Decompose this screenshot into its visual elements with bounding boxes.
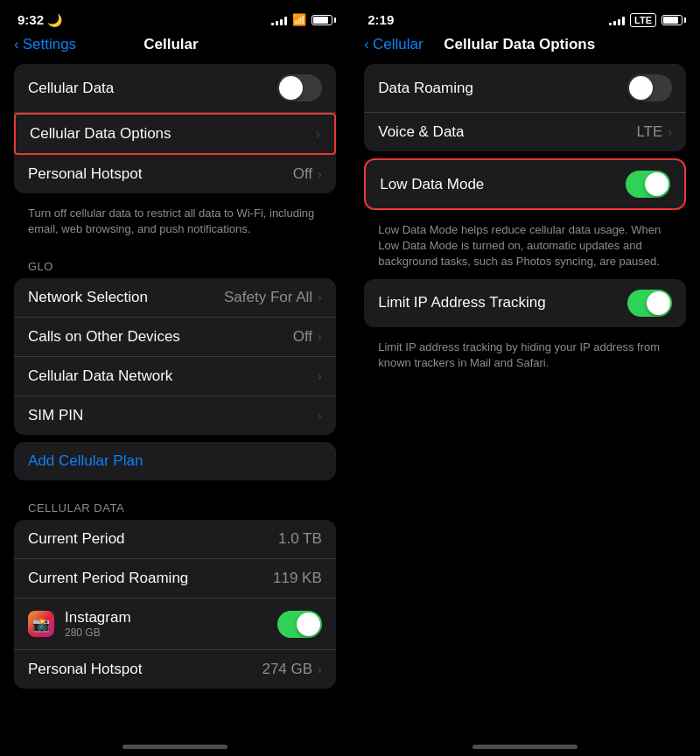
bar4	[284, 17, 287, 25]
bar2	[276, 21, 278, 25]
left-group-glo: Network Selection Safety For All › Calls…	[14, 278, 336, 435]
instagram-toggle-knob	[297, 612, 320, 636]
right-signal-bars-icon	[609, 15, 625, 25]
personal-hotspot-label: Personal Hotspot	[28, 165, 142, 183]
instagram-sub: 280 GB	[65, 626, 131, 639]
network-selection-label: Network Selection	[28, 289, 148, 306]
limit-ip-label: Limit IP Address Tracking	[378, 294, 546, 312]
calls-other-row[interactable]: Calls on Other Devices Off ›	[14, 318, 336, 357]
left-back-button[interactable]: ‹ Settings	[14, 36, 76, 53]
instagram-toggle[interactable]	[277, 611, 322, 638]
cellular-data-options-row[interactable]: Cellular Data Options ›	[14, 113, 336, 155]
data-roaming-row[interactable]: Data Roaming	[364, 64, 686, 113]
low-data-desc: Low Data Mode helps reduce cellular data…	[364, 217, 686, 279]
limit-ip-row[interactable]: Limit IP Address Tracking	[364, 279, 686, 327]
right-home-indicator	[472, 745, 578, 749]
current-period-label: Current Period	[28, 530, 125, 548]
wifi-icon: 📶	[292, 13, 306, 26]
right-back-button[interactable]: ‹ Cellular	[364, 36, 423, 53]
cellular-data-options-chevron: ›	[316, 127, 320, 141]
glo-section-label: GLO	[0, 246, 350, 278]
right-bar3	[618, 19, 620, 25]
right-status-right: LTE	[609, 13, 682, 27]
personal-hotspot-stats-value: 274 GB	[262, 661, 312, 678]
right-battery-fill	[663, 17, 678, 24]
calls-other-value: Off	[293, 328, 312, 346]
add-plan-label: Add Cellular Plan	[28, 452, 143, 470]
limit-ip-toggle[interactable]	[627, 290, 672, 317]
cellular-data-network-row[interactable]: Cellular Data Network ›	[14, 357, 336, 396]
low-data-mode-toggle[interactable]	[626, 171, 670, 198]
instagram-left: 📸 Instagram 280 GB	[28, 609, 131, 639]
instagram-info: Instagram 280 GB	[65, 609, 131, 639]
cellular-data-row[interactable]: Cellular Data	[14, 64, 336, 113]
left-status-right: 📶	[271, 13, 332, 26]
right-back-label: Cellular	[373, 36, 424, 53]
personal-hotspot-chevron: ›	[318, 167, 322, 181]
right-status-left: 2:19	[368, 12, 394, 27]
left-time: 9:32	[18, 12, 44, 27]
instagram-row[interactable]: 📸 Instagram 280 GB	[14, 598, 336, 650]
right-battery-icon	[662, 15, 682, 25]
right-status-bar: 2:19 LTE	[350, 0, 700, 32]
instagram-icon: 📸	[28, 611, 54, 637]
add-plan-row[interactable]: Add Cellular Plan	[14, 442, 336, 480]
cellular-data-label: Cellular Data	[28, 80, 114, 97]
network-selection-value: Safety For All	[224, 289, 312, 306]
battery-fill	[313, 17, 328, 24]
signal-bars-icon	[271, 15, 287, 25]
cellular-data-network-chevron: ›	[318, 369, 322, 383]
current-period-row[interactable]: Current Period 1.0 TB	[14, 520, 336, 559]
calls-other-label: Calls on Other Devices	[28, 328, 180, 346]
battery-icon	[312, 15, 332, 25]
instagram-name: Instagram	[65, 609, 131, 626]
calls-other-right: Off ›	[293, 328, 322, 346]
cellular-data-desc: Turn off cellular data to restrict all d…	[14, 200, 336, 246]
right-nav-title: Cellular Data Options	[444, 36, 595, 53]
left-home-indicator	[122, 745, 228, 749]
low-data-mode-row[interactable]: Low Data Mode	[366, 160, 684, 208]
lte-badge: LTE	[630, 13, 656, 27]
low-data-mode-label: Low Data Mode	[380, 176, 484, 193]
moon-icon: 🌙	[47, 13, 62, 27]
right-bar2	[613, 21, 616, 25]
network-selection-row[interactable]: Network Selection Safety For All ›	[14, 278, 336, 318]
left-status-left: 9:32 🌙	[18, 12, 62, 27]
bar3	[280, 19, 283, 25]
right-time: 2:19	[368, 12, 394, 27]
right-nav-bar: ‹ Cellular Cellular Data Options	[350, 32, 700, 64]
sim-pin-chevron: ›	[318, 409, 322, 423]
low-data-group: Low Data Mode	[364, 158, 686, 210]
data-roaming-label: Data Roaming	[378, 80, 473, 97]
cellular-data-toggle-knob	[279, 76, 303, 100]
left-panel: 9:32 🌙 📶 ‹ Settings Cellular	[0, 0, 350, 756]
left-status-bar: 9:32 🌙 📶	[0, 0, 350, 32]
data-roaming-toggle[interactable]	[627, 74, 672, 102]
left-back-label: Settings	[23, 36, 76, 53]
calls-other-chevron: ›	[318, 330, 322, 344]
voice-data-label: Voice & Data	[378, 123, 464, 141]
left-group-stats: Current Period 1.0 TB Current Period Roa…	[14, 520, 336, 689]
left-nav-bar: ‹ Settings Cellular	[0, 32, 350, 64]
personal-hotspot-stats-row[interactable]: Personal Hotspot 274 GB ›	[14, 650, 336, 689]
network-selection-chevron: ›	[318, 290, 322, 304]
current-period-roaming-row[interactable]: Current Period Roaming 119 KB	[14, 559, 336, 598]
personal-hotspot-value: Off	[293, 165, 312, 183]
voice-data-chevron: ›	[668, 125, 672, 139]
current-period-roaming-value: 119 KB	[273, 570, 322, 587]
cellular-data-network-label: Cellular Data Network	[28, 368, 172, 385]
limit-ip-toggle-knob	[647, 291, 670, 315]
cellular-data-toggle[interactable]	[277, 74, 322, 102]
personal-hotspot-row[interactable]: Personal Hotspot Off ›	[14, 155, 336, 193]
cellular-data-options-label: Cellular Data Options	[30, 125, 172, 143]
low-data-mode-toggle-knob	[645, 172, 668, 196]
right-group-1: Data Roaming Voice & Data LTE ›	[364, 64, 686, 151]
limit-ip-desc: Limit IP address tracking by hiding your…	[364, 334, 686, 380]
right-bar4	[622, 17, 625, 25]
personal-hotspot-right: Off ›	[293, 165, 322, 183]
sim-pin-row[interactable]: SIM PIN ›	[14, 396, 336, 435]
back-chevron-icon: ‹	[14, 36, 19, 53]
cellular-data-section-label: CELLULAR DATA	[0, 487, 350, 520]
voice-data-row[interactable]: Voice & Data LTE ›	[364, 113, 686, 151]
left-settings-content: Cellular Data Cellular Data Options › Pe…	[0, 64, 350, 739]
